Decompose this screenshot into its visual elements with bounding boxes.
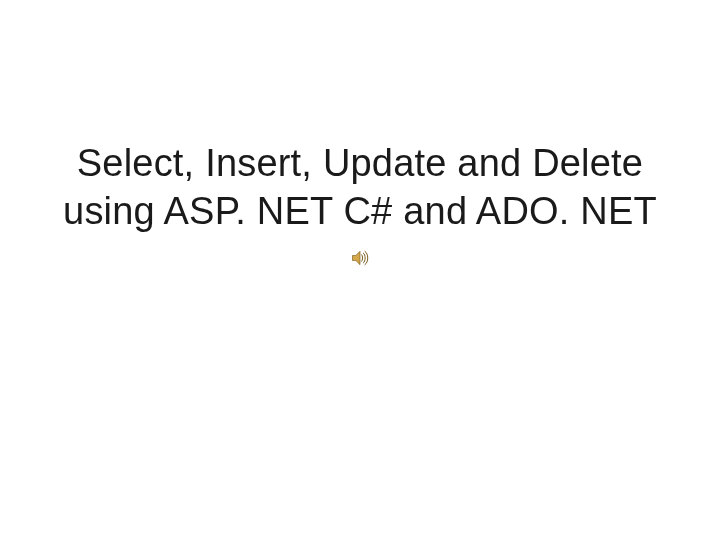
slide-title-line1: Select, Insert, Update and Delete <box>50 140 670 188</box>
slide-title-block: Select, Insert, Update and Delete using … <box>0 140 720 235</box>
slide-title-line2: using ASP. NET C# and ADO. NET <box>50 188 670 236</box>
speaker-icon[interactable] <box>350 248 370 268</box>
